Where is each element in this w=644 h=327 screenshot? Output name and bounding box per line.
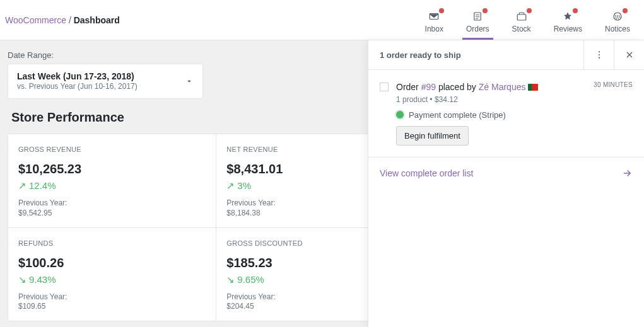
svg-point-5 [598, 54, 599, 55]
arrow-up-icon: ↗ [226, 180, 235, 192]
perf-prev-label: Previous Year: [18, 292, 206, 302]
nav-label: Orders [466, 25, 489, 33]
nav-label: Reviews [554, 25, 582, 33]
order-status: Payment complete (Stripe) [396, 110, 586, 120]
arrow-down-icon: ↘ [18, 274, 26, 285]
brand-link[interactable]: WooCommerce [5, 15, 66, 25]
wordpress-icon [611, 11, 624, 22]
perf-value: $10,265.23 [18, 162, 206, 176]
order-time: 30 MINUTES [594, 81, 633, 88]
perf-value: $100.26 [18, 256, 206, 270]
svg-rect-2 [517, 14, 526, 20]
perf-prev-label: Previous Year: [18, 198, 206, 209]
perf-card-refunds[interactable]: REFUNDS $100.26 ↘9.43% Previous Year: $1… [8, 228, 216, 321]
perf-label: REFUNDS [18, 239, 206, 247]
arrow-right-icon [621, 168, 633, 179]
inbox-icon [428, 11, 440, 22]
panel-title: 1 order ready to ship [368, 42, 583, 69]
nav-inbox[interactable]: Inbox [421, 6, 447, 40]
perf-card-gross-revenue[interactable]: GROSS REVENUE $10,265.23 ↗12.4% Previous… [8, 134, 216, 228]
panel-close-button[interactable] [614, 40, 644, 69]
nav-notices[interactable]: Notices [601, 6, 634, 40]
nav-stock[interactable]: Stock [508, 6, 535, 40]
perf-label: GROSS REVENUE [18, 146, 206, 153]
date-range-sub: vs. Previous Year (Jun 10-16, 2017) [17, 82, 138, 92]
order-checkbox[interactable] [380, 83, 389, 91]
nav-label: Notices [605, 25, 630, 33]
header-nav: Inbox Orders Stock Reviews [421, 0, 634, 40]
arrow-up-icon: ↗ [18, 180, 26, 192]
svg-point-4 [598, 51, 599, 52]
panel-header: 1 order ready to ship [368, 40, 644, 70]
date-range-picker[interactable]: Last Week (Jun 17-23, 2018) vs. Previous… [8, 64, 203, 99]
nav-label: Stock [512, 25, 531, 33]
order-number: #99 [421, 82, 436, 92]
perf-delta: ↘9.43% [18, 274, 206, 285]
order-subtitle: 1 product • $34.12 [396, 95, 586, 104]
flag-portugal-icon [528, 84, 538, 91]
breadcrumb-sep: / [69, 15, 71, 25]
status-dot-icon [396, 111, 404, 118]
chevron-down-icon [185, 77, 194, 86]
customer-name: Zé Marques [479, 82, 526, 92]
orders-icon [471, 11, 484, 22]
begin-fulfilment-button[interactable]: Begin fulfilment [396, 126, 469, 146]
nav-orders[interactable]: Orders [462, 6, 493, 40]
page-title: Dashboard [74, 15, 120, 25]
arrow-down-icon: ↘ [226, 274, 235, 285]
stock-icon [515, 11, 528, 22]
panel-menu-button[interactable] [583, 40, 614, 69]
close-icon [624, 50, 635, 60]
panel-footer-label: View complete order list [380, 168, 473, 178]
orders-panel: 1 order ready to ship Order #99 placed b… [368, 40, 644, 327]
nav-label: Inbox [425, 25, 443, 33]
perf-prev-value: $9,542.95 [18, 209, 206, 217]
kebab-icon [594, 50, 604, 60]
app-header: WooCommerce / Dashboard Inbox Orders Sto… [0, 0, 644, 40]
perf-delta: ↗12.4% [18, 180, 206, 192]
perf-prev-value: $109.65 [18, 302, 206, 311]
view-order-list-link[interactable]: View complete order list [368, 158, 644, 189]
date-range-main: Last Week (Jun 17-23, 2018) [17, 71, 138, 82]
order-list-item: Order #99 placed by Zé Marques 1 product… [368, 70, 644, 158]
breadcrumb: WooCommerce / Dashboard [5, 15, 120, 25]
order-title[interactable]: Order #99 placed by Zé Marques [396, 81, 586, 94]
svg-point-6 [598, 57, 599, 59]
star-icon [561, 11, 574, 22]
nav-reviews[interactable]: Reviews [550, 6, 586, 40]
